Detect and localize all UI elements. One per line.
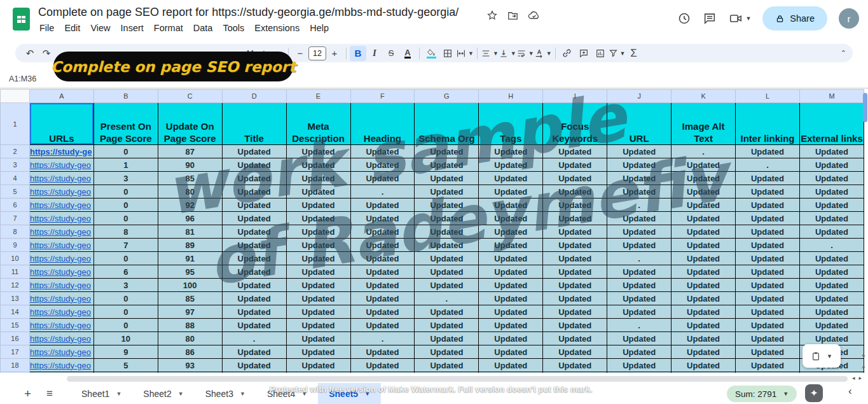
cell-F5[interactable]: . bbox=[350, 185, 415, 199]
cell-A12[interactable]: https://study-geo bbox=[29, 279, 93, 292]
cell-E18[interactable]: Updated bbox=[286, 359, 350, 372]
cell-H11[interactable]: Updated bbox=[479, 265, 543, 279]
cell-D7[interactable]: Updated bbox=[222, 212, 286, 225]
cell-M16[interactable]: Updated bbox=[799, 332, 864, 345]
cell-I14[interactable]: Updated bbox=[543, 305, 607, 319]
cell-F12[interactable]: Updated bbox=[350, 279, 415, 292]
cell-H17[interactable]: Updated bbox=[479, 345, 543, 359]
cell-J19[interactable] bbox=[607, 372, 672, 373]
cell-D3[interactable]: Updated bbox=[222, 158, 286, 172]
row-header-10[interactable]: 10 bbox=[1, 252, 30, 265]
url-link[interactable]: https://study-geo bbox=[30, 227, 91, 237]
cell-L12[interactable]: Updated bbox=[736, 279, 800, 292]
cell-A8[interactable]: https://study-geo bbox=[29, 225, 93, 239]
menu-extensions[interactable]: Extensions bbox=[249, 21, 305, 35]
cell-I19[interactable] bbox=[543, 372, 607, 373]
cell-B12[interactable]: 3 bbox=[93, 279, 158, 292]
menu-tools[interactable]: Tools bbox=[217, 21, 249, 35]
cell-E9[interactable]: Updated bbox=[286, 239, 350, 252]
cell-K10[interactable]: Updated bbox=[672, 252, 736, 265]
vertical-scrollbar-thumb[interactable] bbox=[863, 93, 867, 122]
menu-insert[interactable]: Insert bbox=[116, 21, 149, 35]
cell-L10[interactable]: Updated bbox=[736, 252, 800, 265]
cell-J12[interactable]: Updated bbox=[607, 279, 672, 292]
cell-F10[interactable]: Updated bbox=[350, 252, 415, 265]
cell-G16[interactable]: Updated bbox=[415, 332, 479, 345]
url-link[interactable]: https://study-geo bbox=[30, 294, 91, 303]
cell-D17[interactable]: Updated bbox=[222, 345, 286, 359]
cell-I7[interactable]: Updated bbox=[543, 212, 607, 225]
menu-edit[interactable]: Edit bbox=[59, 21, 85, 35]
cell-F4[interactable]: Updated bbox=[350, 172, 415, 185]
cell-L11[interactable]: Updated bbox=[736, 265, 800, 279]
cell-G7[interactable]: Updated bbox=[415, 212, 479, 225]
cell-D8[interactable]: Updated bbox=[222, 225, 286, 239]
cell-L5[interactable]: Updated bbox=[736, 185, 800, 199]
cell-E10[interactable]: Updated bbox=[286, 252, 350, 265]
cell-H8[interactable]: Updated bbox=[479, 225, 543, 239]
cell-G13[interactable]: . bbox=[415, 292, 479, 305]
cell-E17[interactable]: Updated bbox=[286, 345, 350, 359]
column-header-K[interactable]: K bbox=[672, 90, 736, 103]
cell-H13[interactable]: Updated bbox=[479, 292, 543, 305]
row-header-3[interactable]: 3 bbox=[1, 158, 30, 172]
row-header-8[interactable]: 8 bbox=[1, 225, 30, 239]
url-link[interactable]: https://study-geo bbox=[30, 187, 91, 197]
column-header-F[interactable]: F bbox=[350, 90, 415, 103]
row-header-19[interactable]: 19 bbox=[1, 372, 30, 373]
cell-F18[interactable]: Updated bbox=[350, 359, 415, 372]
cell-B10[interactable]: 0 bbox=[93, 252, 158, 265]
cell-E15[interactable]: Updated bbox=[286, 319, 350, 332]
cell-F11[interactable]: Updated bbox=[350, 265, 415, 279]
cell-E12[interactable]: Updated bbox=[286, 279, 350, 292]
cell-A18[interactable]: https://study-geo bbox=[29, 359, 93, 372]
cell-K4[interactable]: Updated bbox=[672, 172, 736, 185]
row-header-2[interactable]: 2 bbox=[1, 145, 30, 158]
cell-H2[interactable]: Updated bbox=[479, 145, 543, 158]
cell-G5[interactable]: Updated bbox=[415, 185, 479, 199]
sum-pill[interactable]: Sum: 2791 ▼ bbox=[727, 386, 797, 402]
cell-L13[interactable]: Updated bbox=[736, 292, 800, 305]
cell-A9[interactable]: https://study-geo bbox=[29, 239, 93, 252]
collapse-toolbar-icon[interactable]: ⌃ bbox=[841, 49, 846, 57]
valign-dropdown-arrow[interactable]: ▼ bbox=[511, 50, 516, 57]
tab-sheet3[interactable]: Sheet3▼ bbox=[195, 383, 256, 404]
header-cell-C1[interactable]: Update On Page Score bbox=[158, 103, 222, 145]
horizontal-scrollbar-thumb[interactable] bbox=[67, 376, 848, 382]
cell-E2[interactable]: Updated bbox=[286, 145, 350, 158]
tab-sheet1[interactable]: Sheet1▼ bbox=[71, 383, 132, 404]
cell-A3[interactable]: https://study-geo bbox=[29, 158, 93, 172]
cell-J11[interactable]: Updated bbox=[607, 265, 672, 279]
row-header-6[interactable]: 6 bbox=[1, 199, 30, 212]
row-header-9[interactable]: 9 bbox=[1, 239, 30, 252]
cell-L8[interactable]: Updated bbox=[736, 225, 800, 239]
sheets-logo-icon[interactable] bbox=[13, 8, 30, 31]
cell-I15[interactable]: Updated bbox=[543, 319, 607, 332]
header-cell-M1[interactable]: External links bbox=[799, 103, 864, 145]
cell-C14[interactable]: 97 bbox=[158, 305, 222, 319]
column-header-J[interactable]: J bbox=[607, 90, 672, 103]
cell-F8[interactable]: Updated bbox=[350, 225, 415, 239]
cell-H15[interactable]: Updated bbox=[479, 319, 543, 332]
explore-button[interactable]: ✦ bbox=[805, 384, 823, 402]
column-header-G[interactable]: G bbox=[415, 90, 479, 103]
cell-F2[interactable]: Updated bbox=[350, 145, 415, 158]
header-cell-F1[interactable]: Heading bbox=[350, 103, 415, 145]
cell-J10[interactable]: . bbox=[607, 252, 672, 265]
add-sheet-button[interactable]: + bbox=[24, 387, 31, 401]
header-cell-I1[interactable]: Focus Keywords bbox=[543, 103, 607, 145]
cell-H6[interactable]: Updated bbox=[479, 199, 543, 212]
share-button[interactable]: Share bbox=[762, 6, 827, 31]
cell-B5[interactable]: 0 bbox=[93, 185, 158, 199]
cell-I12[interactable]: Updated bbox=[543, 279, 607, 292]
cell-L6[interactable]: Updated bbox=[736, 199, 800, 212]
cell-D15[interactable]: Updated bbox=[222, 319, 286, 332]
url-link[interactable]: https://study-geo bbox=[30, 174, 91, 183]
cell-G2[interactable]: Updated bbox=[415, 145, 479, 158]
cell-B9[interactable]: 7 bbox=[93, 239, 158, 252]
cell-G8[interactable]: Updated bbox=[415, 225, 479, 239]
cell-G4[interactable]: Updated bbox=[415, 172, 479, 185]
cell-G17[interactable]: Updated bbox=[415, 345, 479, 359]
row-header-5[interactable]: 5 bbox=[1, 185, 30, 199]
cell-I8[interactable]: Updated bbox=[543, 225, 607, 239]
